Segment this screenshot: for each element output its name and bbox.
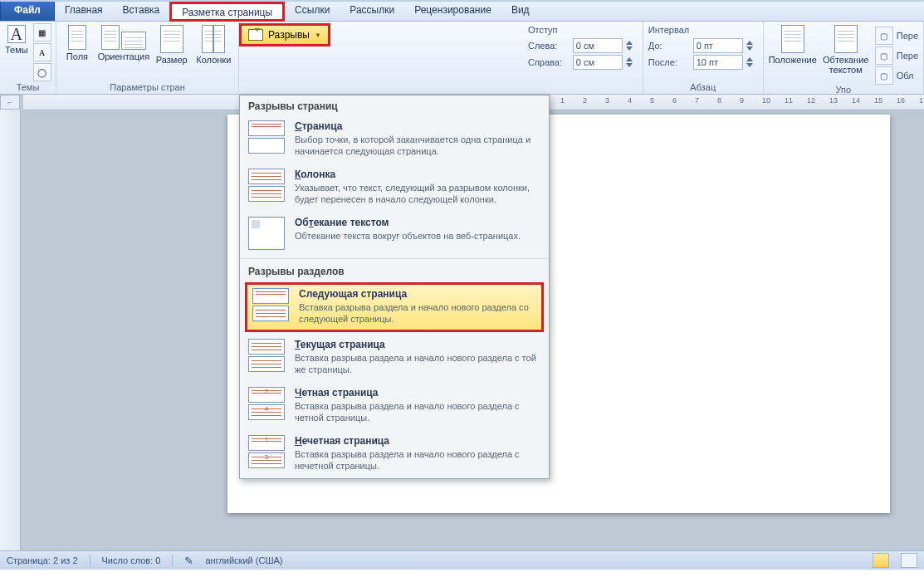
effects-icon: ◯: [37, 68, 46, 77]
indent-right-input[interactable]: 0 см: [573, 55, 623, 70]
ruler-toggle[interactable]: ⌐: [0, 95, 20, 110]
chevron-down-icon: ▼: [315, 32, 321, 39]
break-page-icon: [248, 120, 285, 154]
wrap-label: Обтекание текстом: [822, 55, 870, 75]
palette-icon: ▦: [38, 28, 46, 37]
spacing-after-spinner[interactable]: [746, 57, 758, 67]
break-even-desc: Вставка разрыва раздела и начало нового …: [295, 400, 540, 423]
break-continuous-desc: Вставка разрыва раздела и начало нового …: [295, 352, 540, 375]
tab-insert[interactable]: Вставка: [113, 2, 170, 21]
break-next-page-item[interactable]: Следующая страница Вставка разрыва разде…: [245, 282, 544, 332]
tab-mailings[interactable]: Рассылки: [340, 2, 404, 21]
bring-forward-icon: ▢: [875, 27, 893, 45]
send-backward-button[interactable]: ▢Пере: [875, 46, 918, 65]
break-page-item[interactable]: Страница Выбор точки, в которой заканчив…: [240, 115, 549, 164]
theme-colors-button[interactable]: ▦: [33, 23, 51, 42]
paragraph-group-label: Абзац: [648, 82, 758, 94]
break-textwrap-desc: Обтекание текста вокруг объектов на веб-…: [295, 230, 521, 242]
break-column-icon: [248, 169, 285, 202]
status-page[interactable]: Страница: 2 из 2: [7, 555, 78, 565]
page-breaks-header: Разрывы страниц: [240, 95, 549, 115]
size-icon: [160, 25, 183, 53]
position-button[interactable]: Положение: [769, 23, 817, 65]
ribbon: A Темы ▦ A ◯ Темы Поля Ориентация Р: [0, 22, 924, 95]
tab-file[interactable]: Файл: [0, 2, 55, 21]
columns-icon: [202, 25, 225, 53]
break-column-desc: Указывает, что текст, следующий за разры…: [295, 182, 540, 205]
orientation-icon: [101, 25, 146, 50]
tab-references[interactable]: Ссылки: [285, 2, 340, 21]
status-language[interactable]: английский (США): [205, 555, 282, 565]
break-odd-item[interactable]: 13 Нечетная страница Вставка разрыва раз…: [240, 430, 549, 478]
break-next-page-title: Следующая страница: [299, 288, 536, 300]
breaks-dropdown: Разрывы страниц Страница Выбор точки, в …: [239, 95, 550, 479]
break-continuous-item[interactable]: Текущая страница Вставка разрыва раздела…: [240, 334, 549, 382]
spacing-after-input[interactable]: 10 пт: [693, 55, 743, 70]
tab-home[interactable]: Главная: [55, 2, 113, 21]
status-separator: [172, 555, 173, 566]
position-icon: [781, 25, 804, 53]
view-print-layout-button[interactable]: [873, 553, 889, 568]
menu-separator: [240, 258, 549, 259]
bring-forward-button[interactable]: ▢Пере: [875, 27, 918, 45]
spellcheck-icon[interactable]: ✎: [184, 555, 193, 567]
spacing-after-label: После:: [648, 57, 690, 67]
orientation-label: Ориентация: [98, 51, 149, 61]
breaks-button[interactable]: Разрывы ▼: [239, 23, 330, 46]
spacing-before-label: До:: [648, 41, 690, 51]
orientation-button[interactable]: Ориентация: [98, 23, 149, 61]
break-column-item[interactable]: Колонка Указывает, что текст, следующий …: [240, 164, 549, 212]
break-textwrap-item[interactable]: Обтекание текстом Обтекание текста вокру…: [240, 212, 549, 257]
indent-right-label: Справа:: [528, 57, 570, 67]
columns-label: Колонки: [196, 55, 231, 65]
spacing-heading: Интервал: [648, 25, 758, 35]
vertical-ruler[interactable]: [0, 110, 21, 550]
theme-fonts-button[interactable]: A: [33, 43, 51, 61]
send-backward-icon: ▢: [875, 46, 893, 65]
ribbon-tabs: Файл Главная Вставка Разметка страницы С…: [0, 2, 924, 22]
theme-effects-button[interactable]: ◯: [33, 63, 51, 81]
break-even-icon: 24: [248, 387, 285, 420]
themes-label: Темы: [5, 45, 28, 55]
position-label: Положение: [769, 55, 817, 65]
break-next-page-desc: Вставка разрыва раздела и начало нового …: [299, 301, 536, 325]
break-textwrap-icon: [248, 217, 285, 250]
wrap-icon: [834, 25, 858, 53]
view-reading-button[interactable]: [901, 553, 917, 568]
margins-label: Поля: [66, 51, 88, 61]
font-icon: A: [39, 48, 45, 57]
status-words[interactable]: Число слов: 0: [102, 555, 161, 565]
breaks-label: Разрывы: [268, 29, 310, 41]
tab-view[interactable]: Вид: [501, 2, 540, 21]
break-odd-desc: Вставка разрыва раздела и начало нового …: [295, 448, 540, 472]
margins-icon: [68, 25, 86, 50]
status-bar: Страница: 2 из 2 Число слов: 0 ✎ английс…: [0, 550, 924, 570]
document-workspace: ⌐ 123456789101112131415161718 Разрывы ст…: [0, 95, 924, 550]
break-next-page-icon: [252, 288, 289, 321]
break-even-item[interactable]: 24 Четная страница Вставка разрыва разде…: [240, 382, 549, 430]
spacing-before-input[interactable]: 0 пт: [693, 38, 743, 53]
selection-pane-icon: ▢: [875, 66, 893, 85]
indent-left-label: Слева:: [528, 41, 570, 51]
themes-button[interactable]: A Темы: [5, 23, 28, 55]
break-continuous-icon: [248, 339, 285, 372]
indent-right-spinner[interactable]: [626, 57, 638, 67]
columns-button[interactable]: Колонки: [194, 23, 233, 65]
section-breaks-header: Разрывы разделов: [240, 261, 549, 281]
indent-left-input[interactable]: 0 см: [573, 38, 623, 53]
tab-review[interactable]: Рецензирование: [404, 2, 501, 21]
size-label: Размер: [156, 55, 188, 65]
breaks-icon: [248, 29, 263, 41]
indent-left-spinner[interactable]: [626, 41, 638, 51]
size-button[interactable]: Размер: [154, 23, 189, 65]
themes-icon: A: [7, 25, 26, 43]
selection-pane-button[interactable]: ▢Обл: [875, 66, 918, 85]
wrap-text-button[interactable]: Обтекание текстом: [822, 23, 870, 75]
tab-page-layout[interactable]: Разметка страницы: [169, 2, 285, 22]
margins-button[interactable]: Поля: [61, 23, 93, 61]
break-odd-icon: 13: [248, 435, 285, 468]
indent-heading: Отступ: [528, 25, 638, 35]
break-page-desc: Выбор точки, в которой заканчивается одн…: [295, 134, 540, 157]
spacing-before-spinner[interactable]: [746, 41, 758, 51]
status-separator: [90, 555, 90, 566]
